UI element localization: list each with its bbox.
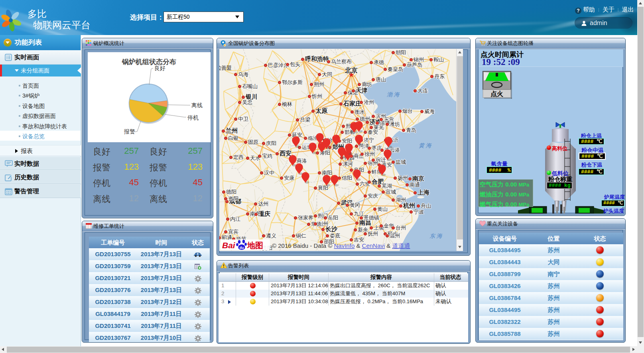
svg-text:南京: 南京 <box>412 175 424 182</box>
svg-text:承德: 承德 <box>374 59 384 65</box>
svg-text:葫芦岛: 葫芦岛 <box>407 62 422 68</box>
svg-text:宣城: 宣城 <box>386 189 396 195</box>
svg-text:白银: 白银 <box>228 135 238 141</box>
svg-text:宝鸡: 宝鸡 <box>262 153 272 159</box>
svg-text:固原: 固原 <box>248 139 258 145</box>
svg-text:石嘴山: 石嘴山 <box>242 83 258 89</box>
svg-text:巴彦淖尔: 巴彦淖尔 <box>268 62 289 68</box>
svg-text:呼和浩特: 呼和浩特 <box>305 55 329 62</box>
svg-text:德阳: 德阳 <box>226 189 236 195</box>
svg-text:朔州: 朔州 <box>314 81 324 87</box>
svg-text:徐州: 徐州 <box>364 151 375 157</box>
svg-text:潍坊: 潍坊 <box>389 121 400 127</box>
svg-text:汉中: 汉中 <box>264 170 274 176</box>
svg-text:吴忠: 吴忠 <box>242 99 252 105</box>
svg-text:达州: 达州 <box>258 201 268 207</box>
svg-text:良好: 良好 <box>154 65 165 71</box>
svg-text:威海: 威海 <box>424 108 435 114</box>
svg-text:廊坊: 廊坊 <box>362 81 372 87</box>
svg-text:兰州: 兰州 <box>225 127 238 134</box>
svg-text:渤 海: 渤 海 <box>387 92 400 98</box>
svg-text:吉安: 吉安 <box>354 237 364 243</box>
svg-text:乌海: 乌海 <box>238 71 248 77</box>
svg-text:景德镇: 景德镇 <box>364 215 379 221</box>
svg-text:离线: 离线 <box>191 102 203 108</box>
svg-text:吕梁: 吕梁 <box>300 117 310 123</box>
svg-text:朝阳: 朝阳 <box>396 49 406 55</box>
svg-text:报警: 报警 <box>124 128 135 135</box>
svg-text:黄 海: 黄 海 <box>419 143 432 149</box>
svg-text:漯河: 漯河 <box>343 161 353 167</box>
svg-text:商洛: 商洛 <box>297 158 307 164</box>
svg-text:岳阳: 岳阳 <box>328 215 338 221</box>
svg-text:抚州: 抚州 <box>368 231 378 237</box>
svg-text:唐山: 唐山 <box>376 76 386 82</box>
svg-text:烟台: 烟台 <box>402 108 413 114</box>
svg-text:东 海: 东 海 <box>429 233 443 239</box>
svg-text:鄂尔多斯: 鄂尔多斯 <box>282 79 303 85</box>
svg-text:中卫: 中卫 <box>238 116 248 122</box>
svg-text:点火: 点火 <box>490 90 503 98</box>
svg-text:秦皇岛: 秦皇岛 <box>388 66 403 72</box>
svg-text:定西: 定西 <box>233 154 244 160</box>
svg-text:温州: 温州 <box>390 233 400 239</box>
svg-text:鞍山: 鞍山 <box>433 57 444 63</box>
svg-text:北京: 北京 <box>345 67 358 74</box>
svg-text:信阳: 信阳 <box>341 175 352 181</box>
svg-text:南阳: 南阳 <box>322 170 332 176</box>
svg-text:台州: 台州 <box>396 225 406 231</box>
svg-text:湖州: 湖州 <box>396 197 406 203</box>
svg-text:遵义: 遵义 <box>266 233 276 239</box>
svg-text:杭州: 杭州 <box>403 202 415 209</box>
svg-text:上海: 上海 <box>417 189 429 196</box>
svg-text:济宁: 济宁 <box>364 137 374 143</box>
svg-text:停机: 停机 <box>187 114 199 121</box>
svg-text:资阳: 资阳 <box>228 196 238 202</box>
svg-text:舟山: 舟山 <box>421 203 431 209</box>
svg-text:内江: 内江 <box>230 216 240 222</box>
svg-text:拉善盟: 拉善盟 <box>219 65 232 71</box>
svg-text:乌兰察布: 乌兰察布 <box>331 59 352 65</box>
svg-text:忻州: 忻州 <box>311 93 322 99</box>
svg-text:扬州: 扬州 <box>398 175 408 181</box>
svg-text:泰安: 泰安 <box>368 129 378 135</box>
svg-text:铜仁: 铜仁 <box>295 233 306 239</box>
svg-text:沧州: 沧州 <box>364 99 374 105</box>
svg-text:南通: 南通 <box>410 182 420 188</box>
svg-text:du: du <box>240 246 244 250</box>
svg-text:安阳: 安阳 <box>342 138 352 144</box>
svg-text:锅炉机组状态分布: 锅炉机组状态分布 <box>122 58 176 66</box>
svg-text:石家庄: 石家庄 <box>343 100 361 107</box>
svg-text:盐城: 盐城 <box>396 159 406 165</box>
svg-text:安庆: 安庆 <box>368 193 378 199</box>
svg-text:Bai: Bai <box>222 241 236 250</box>
svg-text:大连: 大连 <box>418 88 428 94</box>
svg-text:黄山: 黄山 <box>377 206 388 212</box>
svg-text:青岛: 青岛 <box>406 127 416 133</box>
svg-text:宁波: 宁波 <box>414 209 424 215</box>
svg-text:九江: 九江 <box>354 211 364 217</box>
svg-text:地图: 地图 <box>247 241 263 250</box>
svg-text:太原: 太原 <box>315 107 328 114</box>
svg-text:安康: 安康 <box>284 175 294 181</box>
svg-text:张家界: 张家界 <box>298 215 313 221</box>
svg-text:榆林: 榆林 <box>282 101 292 107</box>
svg-text:芜湖: 芜湖 <box>382 183 392 189</box>
svg-text:西安: 西安 <box>280 150 291 157</box>
svg-text:© 2016 Baidu - Data © NavInfo: © 2016 Baidu - Data © NavInfo & CenNavi … <box>272 242 410 249</box>
svg-text:大同: 大同 <box>322 71 332 77</box>
svg-text:黄冈: 黄冈 <box>350 202 360 208</box>
svg-text:宜宾: 宜宾 <box>228 229 238 235</box>
svg-text:衡水: 衡水 <box>354 109 365 115</box>
svg-text:庆阳: 庆阳 <box>266 140 276 146</box>
svg-text:新余: 新余 <box>358 227 368 233</box>
svg-text:丹东: 丹东 <box>434 73 445 79</box>
svg-text:包头: 包头 <box>290 61 300 67</box>
svg-text:娄底: 娄底 <box>330 233 340 239</box>
